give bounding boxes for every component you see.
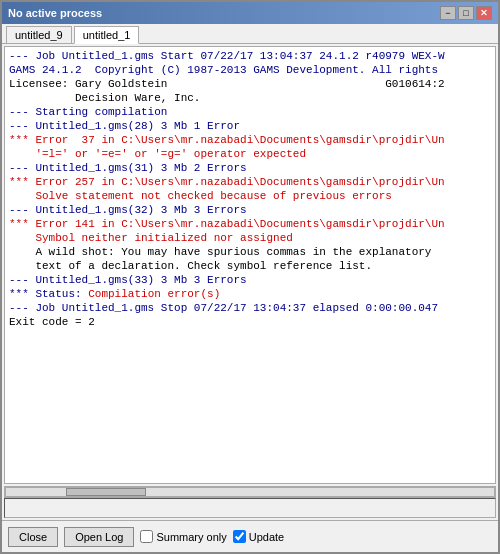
log-line: '=l=' or '=e=' or '=g=' operator expecte… [9, 147, 491, 161]
log-line: Decision Ware, Inc. [9, 91, 491, 105]
open-log-button[interactable]: Open Log [64, 527, 134, 547]
status-input-area[interactable] [4, 498, 496, 518]
summary-only-label: Summary only [156, 531, 226, 543]
update-group[interactable]: Update [233, 530, 284, 543]
bottom-bar: Close Open Log Summary only Update [2, 520, 498, 552]
log-line: text of a declaration. Check symbol refe… [9, 259, 491, 273]
log-line: *** Error 37 in C:\Users\mr.nazabadi\Doc… [9, 133, 491, 147]
title-bar-controls: − □ ✕ [440, 6, 492, 20]
log-line: Symbol neither initialized nor assigned [9, 231, 491, 245]
log-line: --- Job Untitled_1.gms Start 07/22/17 13… [9, 49, 491, 63]
close-window-button[interactable]: ✕ [476, 6, 492, 20]
tab-bar: untitled_9 untitled_1 [2, 24, 498, 44]
main-window: No active process − □ ✕ untitled_9 untit… [0, 0, 500, 554]
title-bar: No active process − □ ✕ [2, 2, 498, 24]
log-line: A wild shot: You may have spurious comma… [9, 245, 491, 259]
maximize-button[interactable]: □ [458, 6, 474, 20]
log-status-line: *** Status: Compilation error(s) [9, 287, 491, 301]
scrollbar-thumb[interactable] [66, 488, 146, 496]
update-label: Update [249, 531, 284, 543]
log-line: --- Untitled_1.gms(28) 3 Mb 1 Error [9, 119, 491, 133]
close-button[interactable]: Close [8, 527, 58, 547]
log-line: --- Untitled_1.gms(33) 3 Mb 3 Errors [9, 273, 491, 287]
log-line: --- Starting compilation [9, 105, 491, 119]
log-line: --- Job Untitled_1.gms Stop 07/22/17 13:… [9, 301, 491, 315]
log-line: --- Untitled_1.gms(31) 3 Mb 2 Errors [9, 161, 491, 175]
summary-only-checkbox[interactable] [140, 530, 153, 543]
tab-untitled9[interactable]: untitled_9 [6, 26, 72, 43]
log-line: *** Error 257 in C:\Users\mr.nazabadi\Do… [9, 175, 491, 189]
window-title: No active process [8, 7, 102, 19]
update-checkbox[interactable] [233, 530, 246, 543]
tab-untitled1[interactable]: untitled_1 [74, 26, 140, 44]
log-output[interactable]: --- Job Untitled_1.gms Start 07/22/17 13… [4, 46, 496, 484]
log-line: Exit code = 2 [9, 315, 491, 329]
log-line: Solve statement not checked because of p… [9, 189, 491, 203]
log-line: Licensee: Gary Goldstein G010614:2 [9, 77, 491, 91]
horizontal-scrollbar[interactable] [5, 487, 495, 497]
status-value: Compilation error(s) [88, 288, 220, 300]
log-line: --- Untitled_1.gms(32) 3 Mb 3 Errors [9, 203, 491, 217]
log-line: GAMS 24.1.2 Copyright (C) 1987-2013 GAMS… [9, 63, 491, 77]
summary-only-group[interactable]: Summary only [140, 530, 226, 543]
log-line: *** Error 141 in C:\Users\mr.nazabadi\Do… [9, 217, 491, 231]
minimize-button[interactable]: − [440, 6, 456, 20]
horizontal-scrollbar-container[interactable] [4, 486, 496, 498]
